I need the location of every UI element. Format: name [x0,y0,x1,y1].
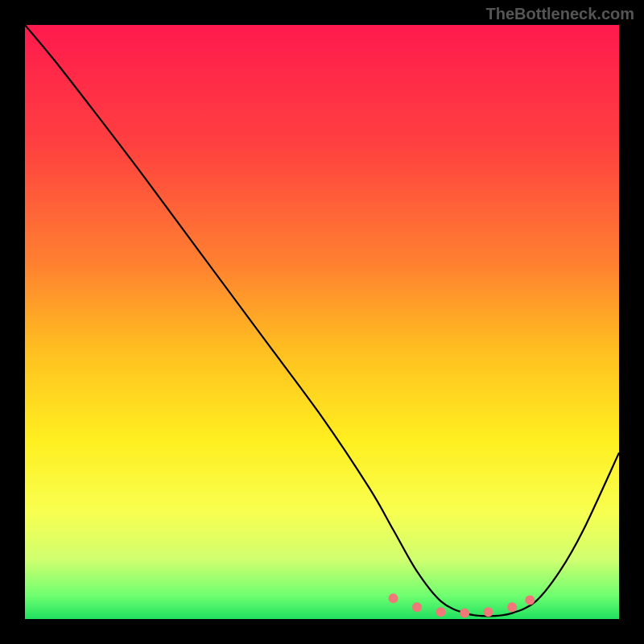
marker-dot [507,602,517,612]
marker-dot [460,609,469,618]
gradient-background [25,25,619,619]
plot-area [25,25,619,619]
marker-dot [484,607,493,617]
watermark-text: TheBottleneck.com [486,5,634,23]
marker-dot [412,602,422,612]
marker-dot [436,607,446,617]
marker-dot [389,593,398,603]
chart-container: TheBottleneck.com [0,0,644,644]
marker-dot [525,595,535,605]
chart-svg [25,25,619,619]
